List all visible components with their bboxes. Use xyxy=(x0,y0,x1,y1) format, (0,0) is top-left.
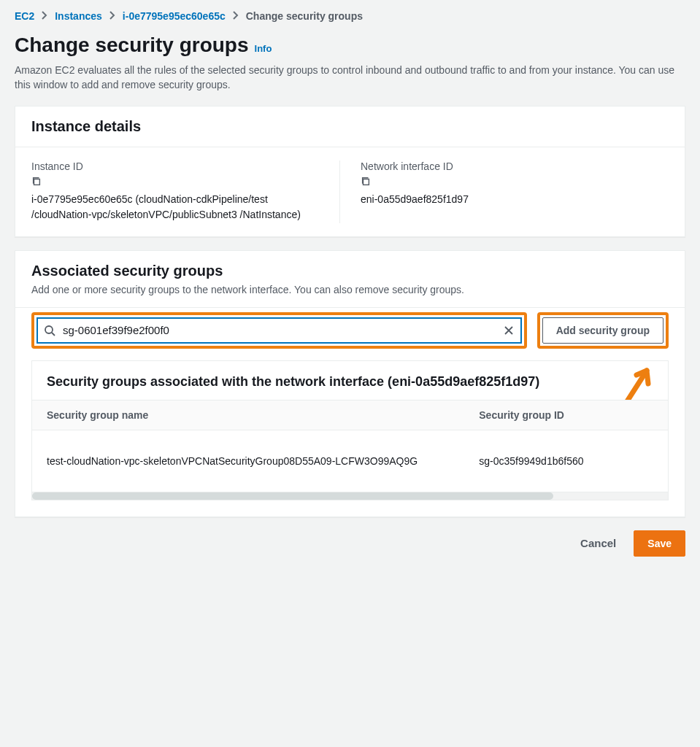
sg-table: Security groups associated with the netw… xyxy=(31,360,669,500)
breadcrumb: EC2 Instances i-0e7795e95ec60e65c Change… xyxy=(15,10,685,22)
eni-value: eni-0a55d9aef825f1d97 xyxy=(361,192,654,208)
chevron-right-icon xyxy=(109,10,115,22)
highlight-search xyxy=(31,312,527,349)
search-icon xyxy=(44,325,55,336)
svg-rect-1 xyxy=(364,179,369,185)
horizontal-scrollbar[interactable] xyxy=(32,492,668,500)
associated-sg-heading: Associated security groups xyxy=(31,263,669,279)
eni-label: Network interface ID xyxy=(361,160,654,172)
col-sg-id: Security group ID xyxy=(464,400,668,430)
sg-table-title: Security groups associated with the netw… xyxy=(32,361,668,400)
instance-id-value: i-0e7795e95ec60e65c (cloudNation-cdkPipe… xyxy=(31,192,325,223)
chevron-right-icon xyxy=(233,10,239,22)
sg-search-input[interactable] xyxy=(38,319,520,342)
instance-details-panel: Instance details Instance ID i-0e7795e95… xyxy=(15,106,685,237)
col-sg-name: Security group name xyxy=(32,400,464,430)
sg-name-cell: test-cloudNation-vpc-skeletonVPCNatSecur… xyxy=(32,430,464,492)
svg-rect-0 xyxy=(34,179,40,185)
sg-id-cell: sg-0c35f9949d1b6f560 xyxy=(464,430,668,492)
copy-icon[interactable] xyxy=(31,177,42,189)
chevron-right-icon xyxy=(42,10,47,22)
breadcrumb-current: Change security groups xyxy=(246,10,363,22)
instance-id-label: Instance ID xyxy=(31,160,325,172)
cancel-button[interactable]: Cancel xyxy=(570,530,626,557)
table-row: test-cloudNation-vpc-skeletonVPCNatSecur… xyxy=(32,430,668,492)
footer-actions: Cancel Save xyxy=(15,530,685,557)
copy-icon[interactable] xyxy=(361,177,371,189)
breadcrumb-instance-id[interactable]: i-0e7795e95ec60e65c xyxy=(123,10,226,22)
info-link[interactable]: Info xyxy=(255,43,272,54)
associated-sg-subheading: Add one or more security groups to the n… xyxy=(31,284,669,295)
add-security-group-button[interactable]: Add security group xyxy=(542,317,664,344)
highlight-add-button: Add security group xyxy=(537,312,669,349)
associated-sg-panel: Associated security groups Add one or mo… xyxy=(15,250,685,517)
svg-point-2 xyxy=(45,326,53,333)
page-title: Change security groups xyxy=(15,34,249,57)
page-description: Amazon EC2 evaluates all the rules of th… xyxy=(15,63,685,93)
instance-details-heading: Instance details xyxy=(31,118,669,135)
breadcrumb-instances[interactable]: Instances xyxy=(55,10,102,22)
breadcrumb-ec2[interactable]: EC2 xyxy=(15,10,34,22)
clear-icon[interactable] xyxy=(503,325,515,336)
save-button[interactable]: Save xyxy=(634,530,685,557)
